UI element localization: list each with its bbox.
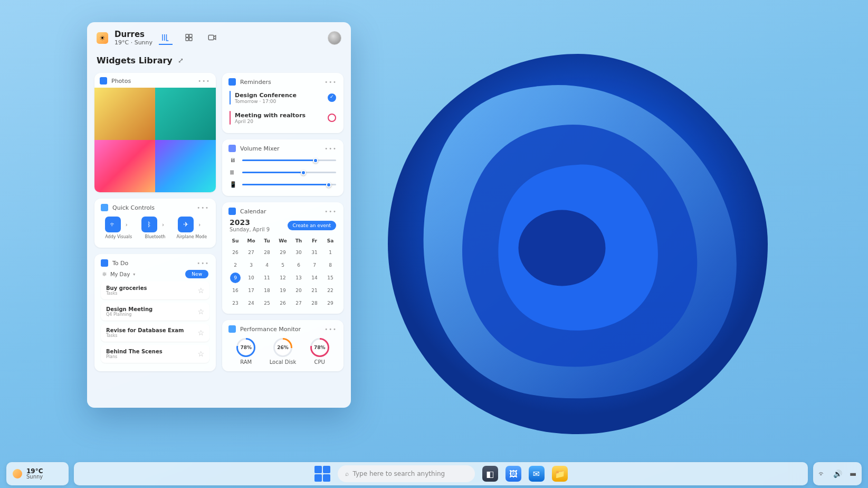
calendar-day[interactable]: 3 bbox=[244, 260, 258, 270]
calendar-day[interactable]: 12 bbox=[276, 273, 290, 283]
calendar-day[interactable]: 27 bbox=[244, 247, 258, 258]
calendar-day[interactable]: 28 bbox=[308, 298, 321, 308]
create-event-button[interactable]: Create an event bbox=[288, 221, 336, 230]
wifi-icon[interactable]: ᯤ bbox=[818, 470, 826, 478]
mail-app-icon[interactable]: ✉ bbox=[529, 466, 545, 482]
calendar-day[interactable]: 18 bbox=[260, 285, 274, 296]
task-title: Revise for Database Exam bbox=[106, 327, 184, 333]
calendar-day[interactable]: 31 bbox=[308, 247, 321, 258]
more-icon[interactable]: ••• bbox=[197, 205, 209, 211]
tab-library[interactable] bbox=[159, 31, 173, 45]
calendar-day[interactable]: 29 bbox=[276, 247, 290, 258]
chevron-right-icon[interactable]: › bbox=[157, 217, 169, 232]
task-item[interactable]: Revise for Database ExamTasks☆ bbox=[101, 324, 209, 342]
avatar[interactable] bbox=[328, 31, 341, 45]
taskbar-tray[interactable]: ᯤ 🔊 ▬ bbox=[813, 462, 862, 485]
reminder-checkbox[interactable] bbox=[328, 93, 336, 102]
calendar-day[interactable]: 23 bbox=[228, 298, 242, 308]
calendar-day[interactable]: 9 bbox=[230, 273, 241, 283]
photo-thumb[interactable] bbox=[155, 88, 216, 140]
quick-toggle-button[interactable]: ᛒ bbox=[141, 217, 157, 232]
quick-label: Bluetooth bbox=[145, 234, 166, 239]
more-icon[interactable]: ••• bbox=[325, 326, 337, 332]
chevron-right-icon[interactable]: › bbox=[121, 217, 132, 232]
calendar-day[interactable]: 5 bbox=[276, 260, 290, 270]
calendar-day[interactable]: 14 bbox=[308, 273, 321, 283]
calendar-day[interactable]: 8 bbox=[323, 260, 337, 270]
star-icon[interactable]: ☆ bbox=[197, 329, 204, 337]
calendar-day[interactable]: 29 bbox=[323, 298, 337, 308]
calendar-day[interactable]: 20 bbox=[292, 285, 306, 296]
calendar-day[interactable]: 11 bbox=[260, 273, 274, 283]
star-icon[interactable]: ☆ bbox=[197, 350, 204, 358]
star-icon[interactable]: ☆ bbox=[197, 307, 204, 316]
task-item[interactable]: Design MeetingQ4 Planning☆ bbox=[101, 303, 209, 321]
explorer-icon[interactable]: 📁 bbox=[552, 466, 568, 482]
more-icon[interactable]: ••• bbox=[197, 260, 209, 266]
star-icon[interactable]: ☆ bbox=[197, 286, 204, 295]
photo-thumb[interactable] bbox=[94, 88, 155, 140]
calendar-day[interactable]: 1 bbox=[323, 247, 337, 258]
more-icon[interactable]: ••• bbox=[325, 209, 337, 214]
tab-grid[interactable] bbox=[182, 31, 196, 45]
gauge-value: 78% bbox=[240, 345, 252, 350]
more-icon[interactable]: ••• bbox=[325, 79, 337, 85]
calendar-day[interactable]: 17 bbox=[244, 285, 258, 296]
card-title: Reminders bbox=[240, 79, 271, 86]
calendar-day[interactable]: 22 bbox=[323, 285, 337, 296]
volume-slider[interactable]: ≣ bbox=[228, 166, 337, 179]
expand-icon[interactable]: ⤢ bbox=[178, 57, 184, 64]
more-icon[interactable]: ••• bbox=[325, 146, 337, 152]
reminder-item[interactable]: Meeting with realtorsApril 20 bbox=[228, 108, 337, 128]
taskview-icon[interactable]: ◧ bbox=[482, 466, 498, 482]
quick-toggle-button[interactable]: ᯤ bbox=[105, 217, 121, 232]
calendar-day[interactable]: 19 bbox=[276, 285, 290, 296]
volume-slider[interactable]: 📱 bbox=[228, 179, 337, 191]
calendar-day[interactable]: 28 bbox=[260, 247, 274, 258]
card-title: Performance Monitor bbox=[240, 326, 301, 333]
photo-thumb[interactable] bbox=[94, 140, 155, 192]
quick-label: Addy Visuals bbox=[105, 234, 132, 239]
taskbar-weather[interactable]: 19°C Sunny bbox=[6, 462, 69, 485]
chevron-right-icon[interactable]: › bbox=[194, 217, 205, 232]
calendar-day[interactable]: 10 bbox=[244, 273, 258, 283]
calendar-icon bbox=[228, 208, 236, 215]
gauge-value: 78% bbox=[314, 345, 326, 350]
reminder-item[interactable]: Design ConferenceTomorrow · 17:00 bbox=[228, 88, 337, 108]
task-item[interactable]: Buy groceriesTasks☆ bbox=[101, 281, 209, 299]
calendar-day[interactable]: 26 bbox=[228, 247, 242, 258]
volume-slider[interactable]: 🖥 bbox=[228, 154, 337, 166]
photo-thumb[interactable] bbox=[155, 140, 216, 192]
more-icon[interactable]: ••• bbox=[198, 78, 211, 84]
todo-filter[interactable]: My Day bbox=[110, 271, 130, 277]
calendar-day[interactable]: 27 bbox=[292, 298, 306, 308]
card-quick-controls: Quick Controls••• ᯤ› Addy Visualsᛒ› Blue… bbox=[94, 199, 216, 248]
calendar-day[interactable]: 13 bbox=[292, 273, 306, 283]
reminders-icon bbox=[228, 78, 236, 86]
calendar-day[interactable]: 16 bbox=[228, 285, 242, 296]
reminder-checkbox[interactable] bbox=[328, 114, 336, 122]
quick-toggle-button[interactable]: ✈ bbox=[178, 217, 194, 232]
search-input[interactable]: ⌕ Type here to search anything bbox=[338, 465, 475, 482]
calendar-day[interactable]: 25 bbox=[260, 298, 274, 308]
start-button[interactable] bbox=[314, 466, 330, 482]
svg-rect-2 bbox=[189, 34, 192, 37]
calendar-day[interactable]: 24 bbox=[244, 298, 258, 308]
tab-video[interactable] bbox=[205, 31, 219, 45]
new-task-button[interactable]: New bbox=[185, 270, 208, 278]
volume-icon[interactable]: 🔊 bbox=[833, 470, 842, 478]
calendar-day[interactable]: 2 bbox=[228, 260, 242, 270]
battery-icon[interactable]: ▬ bbox=[850, 470, 856, 478]
task-item[interactable]: Behind The ScenesPlans☆ bbox=[101, 345, 209, 363]
calendar-day[interactable]: 4 bbox=[260, 260, 274, 270]
calendar-day[interactable]: 30 bbox=[292, 247, 306, 258]
calendar-day[interactable]: 15 bbox=[323, 273, 337, 283]
card-title: Quick Controls bbox=[112, 204, 155, 211]
calendar-day[interactable]: 21 bbox=[308, 285, 321, 296]
calendar-day[interactable]: 7 bbox=[308, 260, 321, 270]
calendar-day[interactable]: 26 bbox=[276, 298, 290, 308]
photos-app-icon[interactable]: 🖼 bbox=[505, 466, 521, 482]
chevron-down-icon[interactable]: ▾ bbox=[133, 272, 135, 277]
calendar-day[interactable]: 6 bbox=[292, 260, 306, 270]
task-sub: Tasks bbox=[106, 291, 147, 296]
